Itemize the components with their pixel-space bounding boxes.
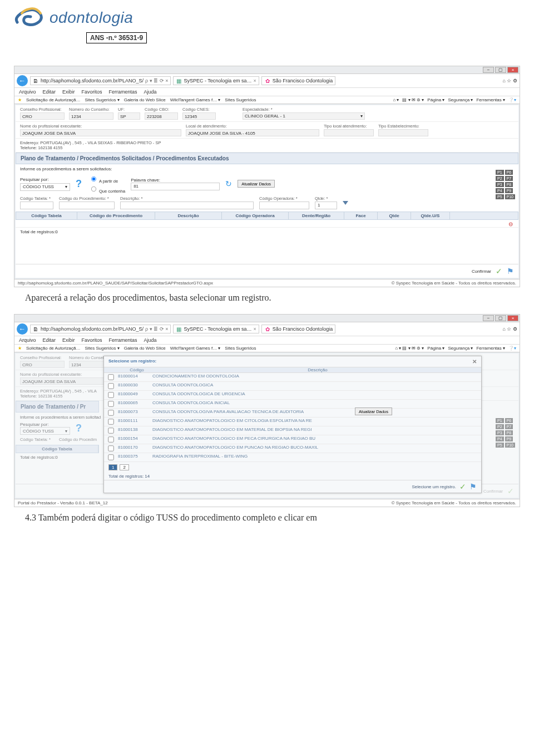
page-1-button[interactable]: 1 <box>108 464 117 470</box>
tab-syspec[interactable]: ▦SySPEC - Tecnologia em sa…× <box>173 325 259 333</box>
form-row-2: Nome do profissional executante:JOAQUIM … <box>16 122 518 139</box>
radio-contenha[interactable]: Que contenha <box>87 184 125 194</box>
pesquisar-select[interactable]: CÓDIGO TUSS▾ <box>20 183 70 191</box>
address-bar[interactable]: 🗎http://saphomolog.sfodonto.com.br/PLANO… <box>30 325 171 333</box>
section-title: Plano de Tratamento / Procedimentos Soli… <box>16 153 518 164</box>
page-2-button[interactable]: 2 <box>120 464 128 470</box>
back-button[interactable]: ← <box>17 323 28 335</box>
row-checkbox[interactable] <box>108 383 113 389</box>
atualizar-dados-button[interactable]: Atualizar Dados <box>355 408 392 415</box>
row-checkbox[interactable] <box>108 374 113 380</box>
window-close-button[interactable]: × <box>507 67 518 73</box>
brand-header: odontologia <box>14 6 520 30</box>
fav-item[interactable]: Sites Sugeridos ▾ <box>85 97 119 102</box>
ans-badge: ANS -n.º 36531-9 <box>86 32 147 43</box>
modal-close-icon[interactable]: ✕ <box>472 359 477 365</box>
row-checkbox[interactable] <box>108 454 113 460</box>
side-page-badges: P1P6 P2P7 P3P8 P4P9 P5P10 <box>496 170 515 199</box>
modal-confirm-icon[interactable]: ✓ <box>459 482 466 491</box>
especialidade-select[interactable]: CLINICO GERAL - 1▾ <box>243 112 365 120</box>
status-bar: http://saphomolog.sfodonto.com.br/PLANO_… <box>14 279 520 287</box>
help-icon[interactable]: ? <box>76 178 82 190</box>
flag-icon[interactable]: ⚑ <box>469 482 477 491</box>
row-checkbox[interactable] <box>108 410 113 415</box>
endereco-row: Endereço: PORTUGAL(AV) , 545 , - VILA SE… <box>16 139 518 153</box>
modal-list-item[interactable]: 81000138DIAGNOSTICO ANATOMOPATOLOGICO EM… <box>104 426 481 435</box>
modal-total: Total de registros: 14 <box>104 473 481 480</box>
modal-list-item[interactable]: 81000170DIAGNOSTICO ANATOMOPATOLOGICO EM… <box>104 444 481 453</box>
menu-ferramentas[interactable]: Ferramentas <box>109 89 137 95</box>
tab-sf[interactable]: ✿ São Francisco Odontologia <box>261 76 336 85</box>
modal-list-item[interactable]: 81000154DIAGNOSTICO ANATOMOPATOLOGICO EM… <box>104 435 481 444</box>
modal-list-item[interactable]: 81000065CONSULTA ODONTOLOGICA INICIAL <box>104 400 481 409</box>
tab-icon: ▦ <box>176 77 182 84</box>
window-close-button[interactable]: × <box>507 315 518 321</box>
delete-icon[interactable]: ⊖ <box>508 221 513 226</box>
modal-list-item[interactable]: 81000030CONSULTA ODONTOLOGICA <box>104 382 481 391</box>
home-icon[interactable]: ⌂ ☆ ⚙ <box>503 78 517 84</box>
tool-pagina[interactable]: Página ▾ <box>427 97 444 102</box>
menu-favoritos[interactable]: Favoritos <box>82 89 102 95</box>
confirm-check-icon[interactable]: ✓ <box>496 267 502 276</box>
fav-item[interactable]: Galeria do Web Slice <box>124 97 166 102</box>
window-min-button[interactable]: − <box>483 315 494 321</box>
screenshot-1: − ▢ × ← 🗎 http://saphomolog.sfodonto.com… <box>14 66 520 287</box>
palavra-chave-input[interactable]: 81 <box>131 183 220 190</box>
add-row-icon[interactable] <box>343 201 348 205</box>
page-icon: 🗎 <box>32 77 39 84</box>
selecione-registro-modal: Selecione um registro: ✕ Código Descriçã… <box>103 356 482 493</box>
screenshot-2: − ▢ × ← 🗎http://saphomolog.sfodonto.com.… <box>14 314 520 507</box>
brand-text: odontologia <box>50 9 133 27</box>
window-min-button[interactable]: − <box>483 67 494 73</box>
row-checkbox[interactable] <box>108 419 113 424</box>
fav-item[interactable]: Solicitação de Autorizaçã… <box>26 97 80 102</box>
menu-exibir[interactable]: Exibir <box>62 89 75 95</box>
sf-logo-icon <box>14 6 44 30</box>
row-checkbox[interactable] <box>108 445 113 451</box>
atualizar-dados-button[interactable]: Atualizar Dados <box>238 180 275 188</box>
browser-nav-bar: ← 🗎 http://saphomolog.sfodonto.com.br/PL… <box>14 74 520 88</box>
favorites-icon: ★ <box>18 97 22 102</box>
form-footer: Confirmar ✓ ⚑ <box>16 264 518 278</box>
tab-syspec[interactable]: ▦ SySPEC - Tecnologia em sa… × <box>173 76 259 85</box>
proc-table-header: Código Tabela Código do Procedimento Des… <box>16 212 518 220</box>
menu-bar: Arquivo Editar Exibir Favoritos Ferramen… <box>14 88 520 96</box>
fav-item[interactable]: Sites Sugeridos <box>225 97 256 102</box>
radio-apartir[interactable]: A partir de <box>87 174 125 184</box>
window-max-button[interactable]: ▢ <box>495 67 506 73</box>
help-icon[interactable]: ❔▾ <box>508 97 516 102</box>
tab-sf[interactable]: ✿São Francisco Odontologia <box>261 325 336 333</box>
tool-ferramentas[interactable]: Ferramentas ▾ <box>476 97 505 102</box>
row-checkbox[interactable] <box>108 428 113 433</box>
caption-2: 4.3 Também poderá digitar o código TUSS … <box>14 510 520 525</box>
tool-seguranca[interactable]: Segurança ▾ <box>448 97 473 102</box>
address-bar[interactable]: 🗎 http://saphomolog.sfodonto.com.br/PLAN… <box>30 76 171 85</box>
row-checkbox[interactable] <box>108 436 113 442</box>
rss-icon[interactable]: ▤ ▾ ✉ ⊜ ▾ <box>402 97 424 102</box>
house-icon[interactable]: ⌂ ▾ <box>393 97 399 102</box>
url-text: http://saphomolog.sfodonto.com.br/PLANO_… <box>41 78 144 84</box>
modal-list-item[interactable]: 81000014CONDICIONAMENTO EM ODONTOLOGIA <box>104 373 481 382</box>
modal-title: Selecione um registro: <box>108 359 156 365</box>
tab-icon: ✿ <box>264 77 271 84</box>
refresh-icon[interactable]: ↻ <box>225 179 232 188</box>
window-max-button[interactable]: ▢ <box>495 315 506 321</box>
window-titlebar: − ▢ × <box>14 66 520 74</box>
menu-editar[interactable]: Editar <box>43 89 56 95</box>
row-checkbox[interactable] <box>108 392 113 397</box>
hint-text: Informe os procedimentos a serem solicit… <box>20 166 514 171</box>
menu-arquivo[interactable]: Arquivo <box>19 89 36 95</box>
modal-list-item[interactable]: 81000111DIAGNOSTICO ANATOMOPATOLOGICO EM… <box>104 418 481 426</box>
modal-list-item[interactable]: 81000073CONSULTA ODONTOLOGIVA PARA AVALI… <box>104 409 481 418</box>
favorites-bar: ★ Solicitação de Autorizaçã… Sites Suger… <box>14 96 520 104</box>
total-registros: Total de registros:0 <box>16 228 518 236</box>
modal-list-item[interactable]: 81000375RADIOGRAFIA INTERPROXIMAL - BITE… <box>104 453 481 462</box>
modal-pagination: 1 2 <box>104 462 481 473</box>
row-checkbox[interactable] <box>108 401 113 406</box>
menu-ajuda[interactable]: Ajuda <box>144 89 157 95</box>
back-button[interactable]: ← <box>17 75 28 86</box>
confirmar-label: Confirmar <box>472 269 491 274</box>
fav-item[interactable]: WildTangent Games f… ▾ <box>170 97 221 102</box>
modal-list-item[interactable]: 81000049CONSULTA ODONTOLOGICA DE URGENCI… <box>104 391 481 400</box>
flag-icon[interactable]: ⚑ <box>507 267 514 276</box>
